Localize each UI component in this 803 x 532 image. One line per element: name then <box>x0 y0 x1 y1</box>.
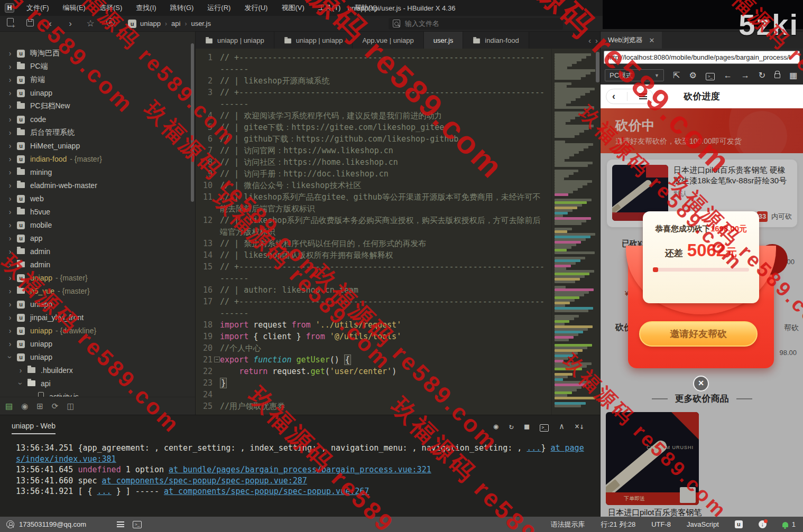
console-source-link[interactable]: ... <box>97 487 112 496</box>
refresh-icon[interactable]: ⟳ <box>52 402 59 411</box>
editor-tab-uniapp-uniapp[interactable]: uniapp | uniapp <box>196 32 274 49</box>
menu-item-2[interactable]: 选择(S) <box>93 0 129 16</box>
clear-console-icon[interactable]: ×↓ <box>575 422 584 432</box>
forward-icon[interactable]: → <box>741 71 750 80</box>
minimap-scrollbar[interactable] <box>596 52 599 82</box>
nav-forward-button[interactable]: › <box>60 18 80 29</box>
chevron-icon[interactable]: › <box>6 326 14 335</box>
terminal-icon[interactable]: >_ <box>133 521 142 528</box>
tree-item-HiMeet_uniapp[interactable]: ›uHiMeet_uniapp <box>0 139 195 152</box>
chevron-icon[interactable]: › <box>6 208 14 216</box>
tree-item-前端[interactable]: ›u前端 <box>0 73 195 86</box>
chevron-icon[interactable]: › <box>6 76 14 84</box>
back-icon[interactable]: ‹ <box>612 91 615 102</box>
menu-item-7[interactable]: 视图(V) <box>274 0 311 16</box>
menu-item-9[interactable]: 帮助(Y) <box>347 0 384 16</box>
close-icon[interactable]: ✕ <box>649 36 655 44</box>
unlock-icon[interactable] <box>774 71 780 80</box>
outline-icon[interactable] <box>117 521 124 527</box>
chevron-icon[interactable]: › <box>6 234 14 242</box>
tab-scroll-left-icon[interactable]: ‹ <box>588 36 591 45</box>
breadcrumb-file[interactable]: user.js <box>191 20 211 27</box>
chevron-icon[interactable]: › <box>6 62 14 71</box>
menu-item-8[interactable]: 工具(T) <box>311 0 348 16</box>
tree-item-uniapp[interactable]: ›uuniapp <box>0 350 195 363</box>
chevron-icon[interactable]: › <box>6 128 14 137</box>
cursor-position[interactable]: 行:21 列:28 <box>601 520 635 529</box>
tree-item-uniapp[interactable]: ›uuniapp- {drawkline} <box>0 324 195 337</box>
qrcode-icon[interactable]: ▦ <box>789 71 797 80</box>
menu-icon[interactable] <box>639 94 647 99</box>
grid-icon[interactable]: ⊞ <box>36 402 43 411</box>
chevron-icon[interactable]: › <box>6 313 14 322</box>
url-input[interactable] <box>604 51 800 64</box>
chevron-icon[interactable]: › <box>17 366 24 375</box>
chevron-icon[interactable]: › <box>6 181 14 190</box>
code-editor[interactable]: 1// +-----------------------------------… <box>196 49 600 415</box>
chevron-icon[interactable]: › <box>6 260 14 269</box>
chevron-icon[interactable]: › <box>6 102 14 110</box>
file-search-input[interactable]: 输入文件名 <box>389 18 563 30</box>
tree-item-h5vue[interactable]: ›h5vue <box>0 205 195 218</box>
console-tab[interactable]: uniapp - Web <box>12 422 56 434</box>
editor-tab-user.js[interactable]: user.js <box>424 32 464 49</box>
editor-tab-indian-food[interactable]: indian-food <box>463 32 529 49</box>
language-mode[interactable]: JavaScript <box>687 520 719 528</box>
chevron-icon[interactable]: › <box>6 142 14 150</box>
account-email[interactable]: 1735031199@qq.com <box>19 520 86 528</box>
breadcrumb-folder[interactable]: api <box>171 20 180 27</box>
console-source-link[interactable]: at components/spec-popup/spec-popup.vue:… <box>164 487 369 496</box>
tree-item-mobile[interactable]: ›umobile <box>0 218 195 231</box>
tree-item-web[interactable]: ›uweb <box>0 192 195 205</box>
tree-item-app[interactable]: ›uapp <box>0 231 195 245</box>
menu-item-3[interactable]: 查找(I) <box>129 0 163 16</box>
chevron-icon[interactable]: › <box>6 274 14 282</box>
tree-item-activity.js[interactable]: activity.js <box>0 390 195 397</box>
chevron-icon[interactable]: › <box>16 380 25 387</box>
breadcrumb-project[interactable]: uniapp <box>140 20 161 27</box>
tab-scroll-right-icon[interactable]: › <box>595 36 598 45</box>
collapse-icon[interactable]: ∧ <box>559 422 564 432</box>
chevron-icon[interactable]: › <box>6 340 14 348</box>
menu-item-5[interactable]: 运行(R) <box>200 0 237 16</box>
uniapp-icon[interactable]: u <box>735 520 743 528</box>
tree-item-eladmin-web-master[interactable]: ›eladmin-web-master <box>0 179 195 192</box>
editor-tab-App.vue-uniapp[interactable]: App.vue | uniapp <box>353 32 423 49</box>
tree-item-uinapp[interactable]: ›uuinapp <box>0 86 195 99</box>
tree-item-uniapp[interactable]: ›uuniapp <box>0 297 195 311</box>
save-button[interactable] <box>20 18 40 29</box>
split-view-icon[interactable]: ◫ <box>67 402 74 411</box>
chevron-icon[interactable]: › <box>6 115 14 124</box>
chevron-icon[interactable]: › <box>6 168 14 176</box>
console-source-link[interactable]: at bundle/pages/bargain_process/bargain_… <box>169 465 431 474</box>
tree-item-PC端[interactable]: ›PC端 <box>0 60 195 73</box>
device-mode-select[interactable]: PC模式 ▼ <box>605 69 664 81</box>
console-source-link[interactable]: ... <box>527 443 541 453</box>
run-button[interactable] <box>100 18 121 29</box>
stop-icon[interactable]: ■ <box>524 422 529 432</box>
open-external-icon[interactable]: ⇱ <box>673 71 680 80</box>
update-icon[interactable]: ↓ <box>759 520 767 528</box>
popup-close-button[interactable]: ✕ <box>693 376 709 391</box>
refresh-icon[interactable]: ↻ <box>759 71 765 80</box>
tree-item-uniapp[interactable]: ›uuniapp- {master} <box>0 271 195 284</box>
tree-item-后台管理系统[interactable]: ›后台管理系统 <box>0 126 195 139</box>
encoding[interactable]: UTF-8 <box>651 520 671 528</box>
minimap[interactable] <box>551 49 600 415</box>
tree-item-PC归档New[interactable]: ›PC归档New <box>0 99 195 113</box>
new-file-button[interactable] <box>0 18 20 29</box>
debug-icon[interactable]: ◉ <box>21 402 28 411</box>
sidebar-scrollbar[interactable] <box>191 43 194 202</box>
chevron-icon[interactable]: › <box>6 89 14 97</box>
invite-friends-button[interactable]: 邀请好友帮砍 <box>639 321 758 347</box>
tree-item-嗨淘巴西[interactable]: ›u嗨淘巴西 <box>0 46 195 60</box>
menu-item-0[interactable]: 文件(F) <box>20 0 56 16</box>
syntax-library[interactable]: 语法提示库 <box>550 520 585 529</box>
tree-item-admin[interactable]: ›admin <box>0 245 195 258</box>
chevron-icon[interactable]: › <box>6 49 14 58</box>
tree-item-uniapp[interactable]: ›uuniapp <box>0 337 195 350</box>
tree-item-jinpai_yhyl_front[interactable]: ›ujinpai_yhyl_front <box>0 311 195 324</box>
tree-item-h5_vue[interactable]: ›h5_vue- {master} <box>0 284 195 297</box>
notification-group[interactable]: 1 <box>782 520 796 528</box>
favorite-button[interactable]: ☆ <box>80 18 100 29</box>
